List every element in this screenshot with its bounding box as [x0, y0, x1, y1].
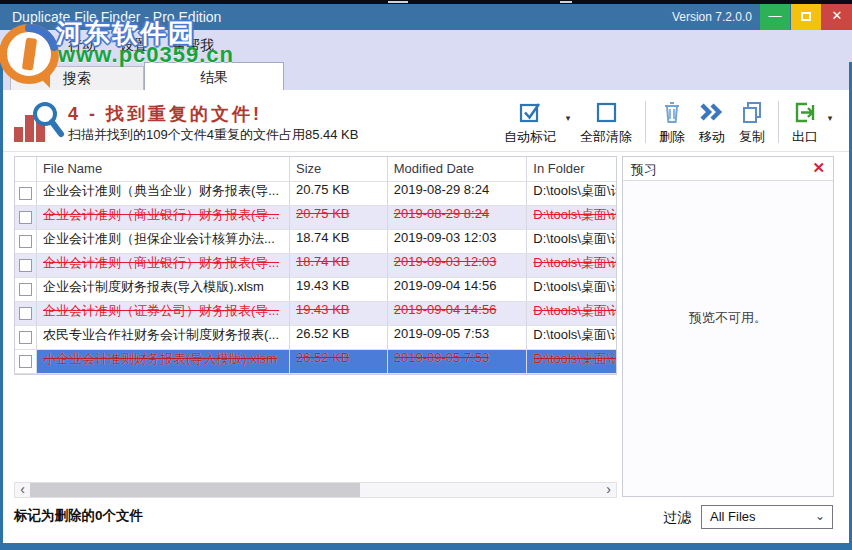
- chevron-down-icon: ⌄: [815, 509, 825, 523]
- preview-close-icon[interactable]: ✕: [812, 159, 825, 177]
- move-button[interactable]: 移动: [692, 99, 732, 146]
- row-checkbox[interactable]: [19, 283, 32, 296]
- auto-mark-label: 自动标记: [504, 128, 556, 146]
- maximize-button[interactable]: [791, 4, 821, 30]
- row-checkbox-cell: [15, 230, 37, 254]
- cell-modified-date[interactable]: 2019-08-29 8:24: [388, 182, 528, 206]
- filter-dropdown[interactable]: All Files ⌄: [701, 505, 833, 529]
- row-checkbox[interactable]: [19, 307, 32, 320]
- cell-modified-date[interactable]: 2019-09-05 7:53: [388, 350, 528, 374]
- cell-modified-date[interactable]: 2019-09-03 12:03: [388, 230, 528, 254]
- cell-file-name[interactable]: 企业会计准则（担保企业会计核算办法...: [37, 230, 290, 254]
- cell-modified-date[interactable]: 2019-09-05 7:53: [388, 326, 528, 350]
- tab-search[interactable]: 搜索: [10, 66, 144, 90]
- menu-action[interactable]: 行动: [56, 33, 108, 59]
- row-checkbox-cell: [15, 206, 37, 230]
- cell-file-name[interactable]: 企业会计准则（商业银行）财务报表(导...: [37, 206, 290, 230]
- menubar: 文件 行动 设置 帮帮我: [0, 30, 852, 62]
- row-checkbox[interactable]: [19, 331, 32, 344]
- row-checkbox-cell: [15, 350, 37, 374]
- preview-unavailable-message: 预览不可用。: [623, 309, 833, 327]
- export-icon: [793, 99, 817, 125]
- row-checkbox[interactable]: [19, 259, 32, 272]
- filter-selected-value: All Files: [710, 509, 756, 524]
- cell-in-folder[interactable]: D:\tools\桌面\计: [527, 302, 616, 326]
- export-label: 出口: [792, 128, 818, 146]
- table-row[interactable]: 企业会计准则（担保企业会计核算办法...18.74 KB2019-09-03 1…: [15, 230, 616, 254]
- cell-size[interactable]: 19.43 KB: [290, 278, 388, 302]
- scroll-right-arrow-icon[interactable]: ›: [601, 483, 616, 497]
- column-header-modified-date[interactable]: Modified Date: [388, 157, 528, 182]
- menu-help[interactable]: 帮帮我: [160, 33, 226, 59]
- cell-size[interactable]: 26.52 KB: [290, 326, 388, 350]
- table-row[interactable]: 小企业会计准则财务报表(导入模版).xlsm26.52 KB2019-09-05…: [15, 350, 616, 374]
- header-checkbox-column: [15, 157, 37, 182]
- copy-icon: [740, 99, 764, 125]
- checked-checkbox-icon: [518, 99, 542, 125]
- copy-button[interactable]: 复制: [732, 99, 772, 146]
- cell-file-name[interactable]: 农民专业合作社财务会计制度财务报表(...: [37, 326, 290, 350]
- column-header-in-folder[interactable]: In Folder: [527, 157, 616, 182]
- table-row[interactable]: 企业会计制度财务报表(导入模版).xlsm19.43 KB2019-09-04 …: [15, 278, 616, 302]
- version-label: Version 7.2.0.0: [672, 4, 752, 30]
- auto-mark-dropdown-caret[interactable]: ▾: [563, 113, 573, 123]
- delete-button[interactable]: 删除: [652, 99, 692, 146]
- row-checkbox[interactable]: [19, 355, 32, 368]
- row-checkbox[interactable]: [19, 235, 32, 248]
- delete-label: 删除: [659, 128, 685, 146]
- table-row[interactable]: 企业会计准则（商业银行）财务报表(导...20.75 KB2019-08-29 …: [15, 206, 616, 230]
- table-row[interactable]: 企业会计准则（典当企业）财务报表(导...20.75 KB2019-08-29 …: [15, 182, 616, 206]
- menu-settings[interactable]: 设置: [108, 33, 160, 59]
- cell-in-folder[interactable]: D:\tools\桌面\计: [527, 254, 616, 278]
- cell-in-folder[interactable]: D:\tools\桌面\计: [527, 230, 616, 254]
- cell-size[interactable]: 26.52 KB: [290, 350, 388, 374]
- close-button[interactable]: ✕: [822, 4, 852, 30]
- cell-modified-date[interactable]: 2019-09-04 14:56: [388, 302, 528, 326]
- cell-in-folder[interactable]: D:\tools\桌面\计: [527, 206, 616, 230]
- cell-in-folder[interactable]: D:\tools\桌面\计: [527, 278, 616, 302]
- cell-size[interactable]: 18.74 KB: [290, 230, 388, 254]
- preview-header: 预习 ✕: [623, 157, 833, 181]
- export-button[interactable]: 出口: [785, 99, 825, 146]
- results-subtitle: 扫描并找到的109个文件4重复的文件占用85.44 KB: [68, 126, 358, 144]
- cell-file-name[interactable]: 企业会计准则（典当企业）财务报表(导...: [37, 182, 290, 206]
- cell-file-name[interactable]: 企业会计准则（商业银行）财务报表(导...: [37, 254, 290, 278]
- row-checkbox-cell: [15, 326, 37, 350]
- cell-file-name[interactable]: 企业会计制度财务报表(导入模版).xlsm: [37, 278, 290, 302]
- export-dropdown-caret[interactable]: ▾: [825, 113, 835, 123]
- cell-size[interactable]: 19.43 KB: [290, 302, 388, 326]
- column-header-file-name[interactable]: File Name: [37, 157, 290, 182]
- cell-modified-date[interactable]: 2019-09-04 14:56: [388, 278, 528, 302]
- cell-size[interactable]: 20.75 KB: [290, 182, 388, 206]
- menu-file[interactable]: 文件: [4, 33, 56, 59]
- row-checkbox[interactable]: [19, 211, 32, 224]
- tab-results[interactable]: 结果: [144, 62, 284, 90]
- preview-panel: 预习 ✕ 预览不可用。: [622, 156, 834, 497]
- auto-mark-button[interactable]: 自动标记: [497, 99, 563, 146]
- row-checkbox[interactable]: [19, 187, 32, 200]
- table-row[interactable]: 企业会计准则（证券公司）财务报表(导...19.43 KB2019-09-04 …: [15, 302, 616, 326]
- table-header-row: File Name Size Modified Date In Folder: [15, 157, 616, 182]
- scrollbar-thumb[interactable]: [30, 483, 360, 497]
- cell-file-name[interactable]: 企业会计准则（证券公司）财务报表(导...: [37, 302, 290, 326]
- row-checkbox-cell: [15, 302, 37, 326]
- cell-size[interactable]: 18.74 KB: [290, 254, 388, 278]
- scroll-left-arrow-icon[interactable]: ‹: [15, 483, 30, 497]
- row-checkbox-cell: [15, 182, 37, 206]
- header-divider: [3, 151, 849, 152]
- cell-modified-date[interactable]: 2019-08-29 8:24: [388, 206, 528, 230]
- cell-size[interactable]: 20.75 KB: [290, 206, 388, 230]
- preview-title: 预习: [631, 161, 657, 179]
- horizontal-scrollbar[interactable]: ‹ ›: [14, 482, 617, 498]
- strip-artifact: [388, 1, 408, 3]
- column-header-size[interactable]: Size: [290, 157, 388, 182]
- cell-in-folder[interactable]: D:\tools\桌面\计: [527, 326, 616, 350]
- cell-file-name[interactable]: 小企业会计准则财务报表(导入模版).xlsm: [37, 350, 290, 374]
- minimize-button[interactable]: —: [760, 4, 790, 30]
- clear-all-button[interactable]: 全部清除: [573, 99, 639, 146]
- cell-in-folder[interactable]: D:\tools\桌面\计: [527, 182, 616, 206]
- cell-in-folder[interactable]: D:\tools\桌面\计: [527, 350, 616, 374]
- table-row[interactable]: 企业会计准则（商业银行）财务报表(导...18.74 KB2019-09-03 …: [15, 254, 616, 278]
- table-row[interactable]: 农民专业合作社财务会计制度财务报表(...26.52 KB2019-09-05 …: [15, 326, 616, 350]
- cell-modified-date[interactable]: 2019-09-03 12:03: [388, 254, 528, 278]
